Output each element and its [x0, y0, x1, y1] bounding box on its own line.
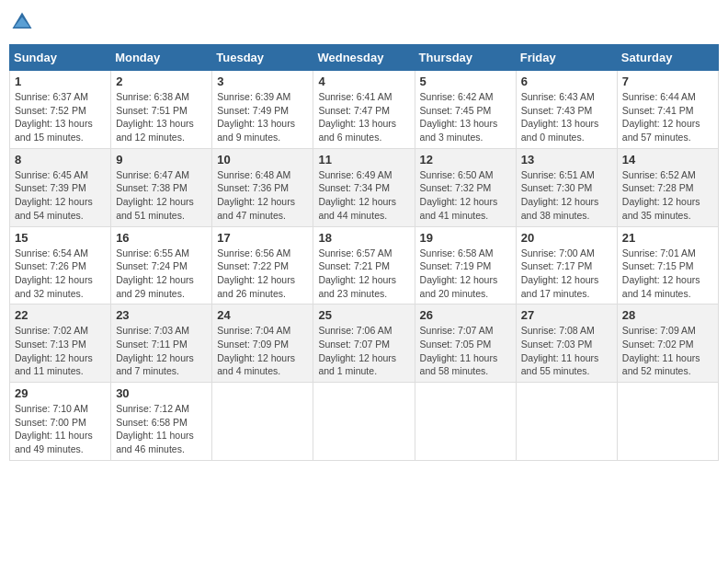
- day-number: 20: [521, 231, 612, 245]
- calendar-cell: 13Sunrise: 6:51 AMSunset: 7:30 PMDayligh…: [516, 148, 617, 226]
- calendar-cell: 21Sunrise: 7:01 AMSunset: 7:15 PMDayligh…: [617, 226, 718, 304]
- day-number: 11: [318, 153, 409, 167]
- day-detail: Sunrise: 6:51 AMSunset: 7:30 PMDaylight:…: [521, 168, 612, 223]
- day-detail: Sunrise: 6:47 AMSunset: 7:38 PMDaylight:…: [116, 168, 207, 223]
- day-detail: Sunrise: 6:45 AMSunset: 7:39 PMDaylight:…: [15, 168, 106, 223]
- day-detail: Sunrise: 7:00 AMSunset: 7:17 PMDaylight:…: [521, 247, 612, 301]
- calendar-cell: 11Sunrise: 6:49 AMSunset: 7:34 PMDayligh…: [313, 148, 415, 226]
- day-detail: Sunrise: 7:02 AMSunset: 7:13 PMDaylight:…: [15, 324, 106, 378]
- day-number: 21: [622, 231, 713, 245]
- calendar-cell: 1Sunrise: 6:37 AMSunset: 7:52 PMDaylight…: [10, 71, 111, 149]
- day-number: 19: [420, 231, 511, 245]
- calendar-cell: [617, 383, 718, 461]
- day-detail: Sunrise: 7:07 AMSunset: 7:05 PMDaylight:…: [420, 324, 511, 378]
- day-detail: Sunrise: 7:03 AMSunset: 7:11 PMDaylight:…: [116, 324, 207, 378]
- calendar-cell: 22Sunrise: 7:02 AMSunset: 7:13 PMDayligh…: [10, 304, 111, 383]
- day-detail: Sunrise: 6:44 AMSunset: 7:41 PMDaylight:…: [622, 90, 713, 144]
- day-detail: Sunrise: 6:52 AMSunset: 7:28 PMDaylight:…: [622, 168, 713, 223]
- day-number: 4: [318, 75, 409, 88]
- day-detail: Sunrise: 7:12 AMSunset: 6:58 PMDaylight:…: [116, 402, 207, 456]
- day-detail: Sunrise: 6:58 AMSunset: 7:19 PMDaylight:…: [420, 247, 511, 301]
- calendar-cell: 19Sunrise: 6:58 AMSunset: 7:19 PMDayligh…: [415, 226, 516, 304]
- day-detail: Sunrise: 6:41 AMSunset: 7:47 PMDaylight:…: [318, 90, 409, 144]
- calendar-cell: [415, 383, 516, 461]
- day-number: 28: [622, 308, 713, 322]
- day-detail: Sunrise: 6:42 AMSunset: 7:45 PMDaylight:…: [420, 90, 511, 144]
- page-header: [9, 9, 719, 35]
- calendar-header-monday: Monday: [111, 45, 212, 71]
- day-detail: Sunrise: 6:57 AMSunset: 7:21 PMDaylight:…: [318, 247, 409, 301]
- calendar-header-saturday: Saturday: [617, 45, 718, 71]
- calendar-cell: 15Sunrise: 6:54 AMSunset: 7:26 PMDayligh…: [10, 226, 111, 304]
- day-number: 17: [217, 231, 308, 245]
- day-number: 29: [15, 386, 106, 400]
- day-number: 1: [15, 75, 106, 88]
- day-number: 10: [217, 153, 308, 167]
- calendar-cell: 12Sunrise: 6:50 AMSunset: 7:32 PMDayligh…: [415, 148, 516, 226]
- calendar-cell: 29Sunrise: 7:10 AMSunset: 7:00 PMDayligh…: [10, 383, 111, 461]
- day-detail: Sunrise: 6:50 AMSunset: 7:32 PMDaylight:…: [420, 168, 511, 223]
- calendar-header-row: SundayMondayTuesdayWednesdayThursdayFrid…: [10, 45, 719, 71]
- logo-icon: [9, 9, 35, 35]
- calendar-cell: [212, 383, 313, 461]
- calendar-cell: 30Sunrise: 7:12 AMSunset: 6:58 PMDayligh…: [111, 383, 212, 461]
- day-detail: Sunrise: 6:55 AMSunset: 7:24 PMDaylight:…: [116, 247, 207, 301]
- day-number: 9: [116, 153, 207, 167]
- calendar-week-4: 22Sunrise: 7:02 AMSunset: 7:13 PMDayligh…: [10, 304, 719, 383]
- day-number: 8: [15, 153, 106, 167]
- day-detail: Sunrise: 6:54 AMSunset: 7:26 PMDaylight:…: [15, 247, 106, 301]
- calendar-cell: 27Sunrise: 7:08 AMSunset: 7:03 PMDayligh…: [516, 304, 617, 383]
- calendar-cell: 23Sunrise: 7:03 AMSunset: 7:11 PMDayligh…: [111, 304, 212, 383]
- day-number: 16: [116, 231, 207, 245]
- day-number: 14: [622, 153, 713, 167]
- day-number: 15: [15, 231, 106, 245]
- day-detail: Sunrise: 7:10 AMSunset: 7:00 PMDaylight:…: [15, 402, 106, 456]
- day-detail: Sunrise: 6:43 AMSunset: 7:43 PMDaylight:…: [521, 90, 612, 144]
- day-detail: Sunrise: 6:49 AMSunset: 7:34 PMDaylight:…: [318, 168, 409, 223]
- day-number: 24: [217, 308, 308, 322]
- calendar-cell: 2Sunrise: 6:38 AMSunset: 7:51 PMDaylight…: [111, 71, 212, 149]
- calendar-cell: 7Sunrise: 6:44 AMSunset: 7:41 PMDaylight…: [617, 71, 718, 149]
- day-number: 22: [15, 308, 106, 322]
- calendar-cell: 25Sunrise: 7:06 AMSunset: 7:07 PMDayligh…: [313, 304, 415, 383]
- calendar-cell: 9Sunrise: 6:47 AMSunset: 7:38 PMDaylight…: [111, 148, 212, 226]
- calendar-cell: 26Sunrise: 7:07 AMSunset: 7:05 PMDayligh…: [415, 304, 516, 383]
- day-number: 30: [116, 386, 207, 400]
- calendar-cell: 4Sunrise: 6:41 AMSunset: 7:47 PMDaylight…: [313, 71, 415, 149]
- calendar-cell: 28Sunrise: 7:09 AMSunset: 7:02 PMDayligh…: [617, 304, 718, 383]
- calendar-week-3: 15Sunrise: 6:54 AMSunset: 7:26 PMDayligh…: [10, 226, 719, 304]
- calendar-week-2: 8Sunrise: 6:45 AMSunset: 7:39 PMDaylight…: [10, 148, 719, 226]
- day-number: 26: [420, 308, 511, 322]
- day-number: 27: [521, 308, 612, 322]
- calendar-header-friday: Friday: [516, 45, 617, 71]
- calendar-cell: 14Sunrise: 6:52 AMSunset: 7:28 PMDayligh…: [617, 148, 718, 226]
- calendar-week-5: 29Sunrise: 7:10 AMSunset: 7:00 PMDayligh…: [10, 383, 719, 461]
- day-number: 5: [420, 75, 511, 88]
- calendar-header-sunday: Sunday: [10, 45, 111, 71]
- day-detail: Sunrise: 6:38 AMSunset: 7:51 PMDaylight:…: [116, 90, 207, 144]
- calendar-cell: 17Sunrise: 6:56 AMSunset: 7:22 PMDayligh…: [212, 226, 313, 304]
- day-number: 2: [116, 75, 207, 88]
- calendar-cell: [313, 383, 415, 461]
- calendar-cell: 6Sunrise: 6:43 AMSunset: 7:43 PMDaylight…: [516, 71, 617, 149]
- day-number: 18: [318, 231, 409, 245]
- calendar-cell: 16Sunrise: 6:55 AMSunset: 7:24 PMDayligh…: [111, 226, 212, 304]
- calendar-cell: [516, 383, 617, 461]
- calendar-header-wednesday: Wednesday: [313, 45, 415, 71]
- day-detail: Sunrise: 7:08 AMSunset: 7:03 PMDaylight:…: [521, 324, 612, 378]
- calendar-header-thursday: Thursday: [415, 45, 516, 71]
- calendar-cell: 8Sunrise: 6:45 AMSunset: 7:39 PMDaylight…: [10, 148, 111, 226]
- day-number: 12: [420, 153, 511, 167]
- calendar-cell: 20Sunrise: 7:00 AMSunset: 7:17 PMDayligh…: [516, 226, 617, 304]
- day-detail: Sunrise: 7:01 AMSunset: 7:15 PMDaylight:…: [622, 247, 713, 301]
- day-number: 25: [318, 308, 409, 322]
- day-detail: Sunrise: 7:09 AMSunset: 7:02 PMDaylight:…: [622, 324, 713, 378]
- day-number: 23: [116, 308, 207, 322]
- day-detail: Sunrise: 6:37 AMSunset: 7:52 PMDaylight:…: [15, 90, 106, 144]
- calendar-cell: 5Sunrise: 6:42 AMSunset: 7:45 PMDaylight…: [415, 71, 516, 149]
- day-detail: Sunrise: 7:04 AMSunset: 7:09 PMDaylight:…: [217, 324, 308, 378]
- day-detail: Sunrise: 6:56 AMSunset: 7:22 PMDaylight:…: [217, 247, 308, 301]
- calendar-table: SundayMondayTuesdayWednesdayThursdayFrid…: [9, 44, 719, 461]
- calendar-cell: 3Sunrise: 6:39 AMSunset: 7:49 PMDaylight…: [212, 71, 313, 149]
- calendar-cell: 24Sunrise: 7:04 AMSunset: 7:09 PMDayligh…: [212, 304, 313, 383]
